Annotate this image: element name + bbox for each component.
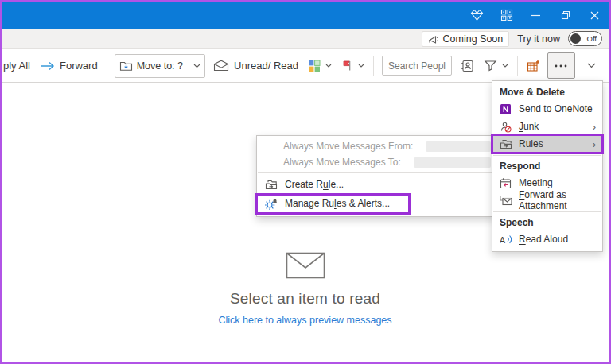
menu-item-junk[interactable]: Junk › — [492, 118, 602, 135]
onenote-icon — [499, 103, 512, 115]
flag-icon — [341, 60, 353, 72]
junk-icon — [499, 121, 512, 133]
rules-submenu: Always Move Messages From: Always Move M… — [256, 135, 495, 217]
coming-soon-label: Coming Soon — [443, 33, 504, 45]
menu-item-forward-as-attachment[interactable]: Forward as Attachment — [492, 192, 602, 209]
separator — [517, 56, 518, 76]
apps-grid-icon[interactable] — [492, 2, 521, 29]
collapse-ribbon-chevron-icon[interactable] — [584, 60, 599, 72]
separator — [493, 155, 601, 156]
more-commands-button[interactable] — [547, 52, 575, 79]
manage-rules-gear-icon — [264, 198, 278, 210]
annotation-highlight-box: Manage Rules & Alerts... — [257, 195, 409, 213]
move-to-label: Move to: ? — [137, 60, 183, 72]
separator — [258, 172, 493, 173]
unread-read-label: Unread/ Read — [234, 60, 298, 72]
move-to-dropdown[interactable]: Move to: ? — [115, 54, 205, 78]
rules-icon — [264, 179, 278, 190]
svg-text:A: A — [500, 235, 505, 245]
redacted-email-blur — [414, 157, 491, 168]
coming-soon-strip: Coming Soon Try it now Off — [2, 29, 609, 49]
minimize-icon[interactable] — [521, 2, 551, 29]
menu-section-header: Speech — [492, 215, 602, 230]
submenu-arrow-icon: › — [593, 122, 596, 132]
outlook-window: Coming Soon Try it now Off ply All Forwa… — [0, 0, 611, 364]
forward-label: Forward — [60, 60, 98, 72]
premium-gem-icon[interactable] — [462, 2, 492, 29]
envelope-icon — [213, 60, 229, 72]
chevron-down-icon[interactable] — [193, 64, 200, 68]
menu-item-label: Meeting — [519, 177, 602, 188]
move-folder-icon — [119, 60, 133, 72]
filter-dropdown[interactable] — [479, 53, 513, 79]
separator — [373, 56, 374, 76]
title-bar — [2, 2, 609, 29]
redacted-email-blur — [426, 141, 491, 152]
unread-read-button[interactable]: Unread/ Read — [208, 53, 303, 79]
categories-icon — [308, 60, 321, 72]
filter-icon — [484, 60, 497, 72]
toggle-state-label: Off — [587, 34, 597, 43]
menu-item-label: Read Aloud — [519, 234, 602, 245]
separator — [189, 59, 189, 73]
separator — [493, 211, 601, 212]
forward-arrow-icon — [40, 61, 55, 71]
menu-item-label: Send to OneNote — [519, 103, 602, 114]
try-new-outlook-toggle[interactable]: Off — [568, 31, 602, 46]
ribbon-toolbar: ply All Forward Move to: ? U — [2, 49, 609, 83]
menu-item-create-rule[interactable]: Create Rule... — [257, 176, 494, 193]
menu-item-label: Create Rule... — [285, 179, 344, 190]
address-book-icon — [461, 60, 474, 72]
chevron-down-icon — [358, 64, 364, 68]
menu-item-always-move-to: Always Move Messages To: — [257, 154, 494, 170]
submenu-arrow-icon: › — [593, 139, 596, 149]
toggle-knob — [570, 33, 581, 44]
menu-item-rules[interactable]: Rules › — [492, 135, 602, 153]
reply-all-button[interactable]: ply All — [2, 53, 35, 79]
always-preview-link[interactable]: Click here to always preview messages — [218, 315, 391, 326]
add-columns-button[interactable] — [522, 53, 545, 79]
read-aloud-icon: A — [499, 234, 512, 245]
menu-item-send-to-onenote[interactable]: Send to OneNote — [492, 100, 602, 118]
chevron-down-icon — [325, 64, 332, 68]
search-people-input[interactable] — [382, 56, 452, 76]
menu-item-always-move-from: Always Move Messages From: — [257, 138, 494, 154]
menu-item-label: Rules — [519, 138, 586, 149]
megaphone-icon — [428, 33, 439, 45]
reply-all-label: ply All — [3, 60, 30, 72]
menu-item-label: Always Move Messages From: — [283, 141, 413, 152]
more-commands-menu: Move & Delete Send to OneNote Junk › — [492, 80, 603, 252]
menu-item-label: Junk — [519, 121, 586, 132]
menu-item-read-aloud[interactable]: A Read Aloud — [492, 230, 602, 248]
chevron-down-icon — [502, 64, 508, 68]
ellipsis-icon — [555, 64, 567, 68]
restore-icon[interactable] — [551, 2, 580, 29]
address-book-button[interactable] — [456, 53, 479, 79]
table-plus-icon — [527, 60, 540, 72]
try-it-now-label: Try it now — [517, 33, 560, 45]
menu-item-label: Forward as Attachment — [519, 189, 602, 211]
empty-state: Select an item to read Click here to alw… — [2, 252, 609, 326]
categorize-dropdown[interactable] — [303, 53, 337, 79]
menu-item-manage-rules-alerts[interactable]: Manage Rules & Alerts... — [257, 193, 494, 214]
rules-icon — [499, 138, 512, 149]
envelope-attachment-icon — [499, 195, 512, 206]
big-envelope-icon — [286, 252, 325, 279]
menu-section-header: Respond — [492, 158, 602, 174]
menu-section-header: Move & Delete — [492, 84, 602, 100]
empty-state-title: Select an item to read — [230, 290, 380, 308]
close-icon[interactable] — [580, 2, 609, 29]
forward-button[interactable]: Forward — [35, 53, 103, 79]
menu-item-label: Always Move Messages To: — [283, 157, 401, 168]
menu-item-label: Manage Rules & Alerts... — [285, 198, 390, 209]
flag-dropdown[interactable] — [337, 53, 369, 79]
meeting-calendar-icon — [499, 177, 512, 189]
coming-soon-badge: Coming Soon — [422, 31, 510, 47]
separator — [107, 56, 107, 76]
